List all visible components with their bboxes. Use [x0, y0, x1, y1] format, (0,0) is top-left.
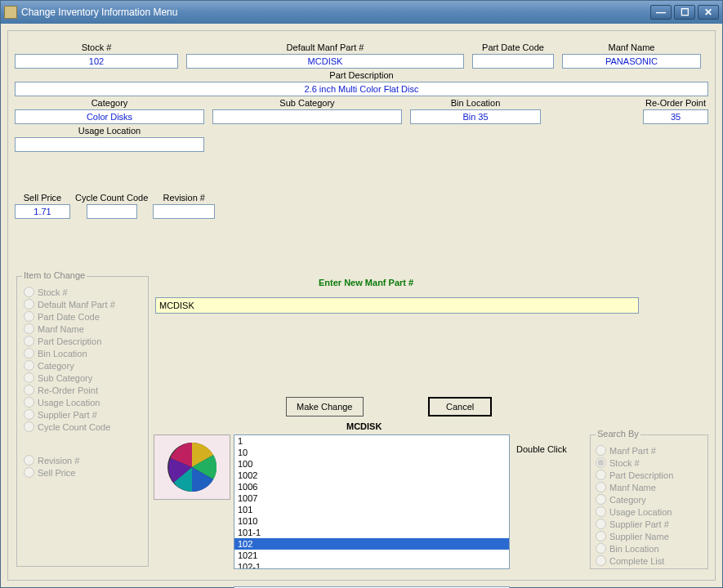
maximize-button[interactable]: ☐ [674, 5, 695, 20]
sell-price-value[interactable]: 1.71 [15, 204, 70, 219]
stock-num-label: Stock # [82, 42, 112, 52]
list-item[interactable]: 10 [234, 447, 509, 458]
item-to-change-option[interactable]: Supplier Part # [24, 409, 141, 420]
radio-icon[interactable] [596, 543, 606, 554]
search-by-title: Search By [596, 429, 640, 439]
list-item[interactable]: 1007 [234, 492, 509, 504]
item-to-change-option[interactable]: Part Description [24, 336, 141, 346]
item-to-change-option[interactable]: Manf Name [24, 323, 141, 334]
item-to-change-option[interactable]: Stock # [24, 287, 141, 297]
radio-icon[interactable] [24, 421, 34, 432]
titlebar[interactable]: Change Inventory Information Menu — ☐ ✕ [1, 1, 722, 24]
radio-icon[interactable] [24, 385, 34, 395]
item-to-change-option[interactable]: Category [24, 360, 141, 371]
search-by-option[interactable]: Supplier Part # [596, 519, 703, 529]
radio-icon[interactable] [24, 299, 34, 310]
radio-icon[interactable] [596, 470, 606, 480]
radio-icon[interactable] [596, 494, 606, 505]
list-item[interactable]: 1021 [234, 550, 509, 561]
list-item[interactable]: 1002 [234, 470, 509, 481]
search-by-option[interactable]: Manf Part # [596, 445, 703, 456]
radio-label: Supplier Part # [38, 410, 97, 420]
minimize-button[interactable]: — [650, 5, 672, 20]
radio-icon[interactable] [24, 397, 34, 408]
close-button[interactable]: ✕ [698, 5, 719, 20]
radio-label: Part Date Code [38, 312, 100, 322]
cycle-count-code-value[interactable] [87, 204, 137, 219]
item-to-change-option[interactable]: Revision # [24, 455, 141, 466]
cancel-button[interactable]: Cancel [428, 397, 492, 416]
make-change-button[interactable]: Make Change [286, 397, 364, 416]
main-panel: Stock #102 Default Manf Part #MCDISK Par… [7, 30, 716, 581]
revision-num-label: Revision # [163, 193, 205, 203]
bin-location-label: Bin Location [451, 98, 501, 108]
radio-icon[interactable] [24, 372, 34, 383]
category-value[interactable]: Color Disks [15, 109, 204, 124]
radio-label: Bin Location [609, 544, 659, 554]
list-item[interactable]: 1010 [234, 515, 509, 527]
radio-icon[interactable] [24, 336, 34, 346]
item-to-change-option[interactable]: Sell Price [24, 467, 141, 478]
revision-num-value[interactable] [153, 204, 215, 219]
search-by-option[interactable]: Part Description [596, 470, 703, 480]
list-item[interactable]: 1 [234, 435, 509, 447]
list-item[interactable]: 102-1 [234, 561, 509, 569]
manf-name-value[interactable]: PANASONIC [562, 54, 701, 69]
radio-icon[interactable] [24, 467, 34, 478]
part-date-code-value[interactable] [472, 54, 554, 69]
list-item[interactable]: 102 [234, 538, 509, 550]
radio-icon[interactable] [24, 323, 34, 334]
radio-icon[interactable] [596, 555, 606, 566]
part-description-value[interactable]: 2.6 inch Multi Color Flat Disc [15, 82, 708, 96]
radio-icon[interactable] [596, 482, 606, 492]
radio-label: Bin Location [38, 349, 87, 359]
radio-icon[interactable] [24, 311, 34, 322]
stock-list[interactable]: 1101001002100610071011010101-11021021102… [234, 434, 510, 569]
search-by-option[interactable]: Category [596, 494, 703, 505]
cycle-count-code-label: Cycle Count Code [75, 193, 148, 203]
default-manf-part-value[interactable]: MCDISK [186, 54, 464, 69]
item-to-change-option[interactable]: Sub Category [24, 372, 141, 383]
manf-name-label: Manf Name [609, 42, 655, 52]
item-to-change-option[interactable]: Part Date Code [24, 311, 141, 322]
new-value-input[interactable] [155, 297, 639, 314]
search-by-option[interactable]: Manf Name [596, 482, 703, 492]
search-by-option[interactable]: Complete List [596, 555, 703, 566]
sub-category-value[interactable] [212, 109, 402, 124]
radio-icon[interactable] [24, 455, 34, 466]
radio-label: Usage Location [609, 507, 672, 517]
radio-icon[interactable] [24, 409, 34, 420]
radio-icon[interactable] [24, 348, 34, 359]
search-by-option[interactable]: Stock # [596, 457, 703, 468]
radio-icon[interactable] [24, 287, 34, 297]
search-by-option[interactable]: Usage Location [596, 506, 703, 517]
radio-icon[interactable] [596, 519, 606, 529]
item-to-change-option[interactable]: Cycle Count Code [24, 421, 141, 432]
list-item[interactable]: 1006 [234, 481, 509, 492]
bin-location-value[interactable]: Bin 35 [410, 109, 541, 124]
part-date-code-label: Part Date Code [482, 42, 544, 52]
item-to-change-option[interactable]: Usage Location [24, 397, 141, 408]
list-item[interactable]: 100 [234, 458, 509, 470]
item-to-change-option[interactable]: Default Manf Part # [24, 299, 141, 310]
list-item[interactable]: 101-1 [234, 527, 509, 538]
app-icon [4, 6, 17, 19]
radio-icon[interactable] [596, 506, 606, 517]
item-to-change-option[interactable]: Bin Location [24, 348, 141, 359]
radio-label: Category [609, 495, 646, 505]
reorder-point-label: Re-Order Point [645, 98, 706, 108]
app-window: Change Inventory Information Menu — ☐ ✕ … [0, 0, 723, 588]
reorder-point-value[interactable]: 35 [643, 109, 708, 124]
search-by-option[interactable]: Supplier Name [596, 531, 703, 541]
stock-num-value[interactable]: 102 [15, 54, 178, 69]
usage-location-value[interactable] [15, 137, 204, 152]
radio-icon[interactable] [596, 457, 606, 468]
radio-icon[interactable] [596, 531, 606, 541]
item-to-change-option[interactable]: Re-Order Point [24, 385, 141, 395]
list-item[interactable]: 101 [234, 504, 509, 515]
radio-icon[interactable] [24, 360, 34, 371]
radio-label: Part Description [38, 336, 101, 346]
double-click-label: Double Click [516, 444, 567, 454]
search-by-option[interactable]: Bin Location [596, 543, 703, 554]
radio-icon[interactable] [596, 445, 606, 456]
